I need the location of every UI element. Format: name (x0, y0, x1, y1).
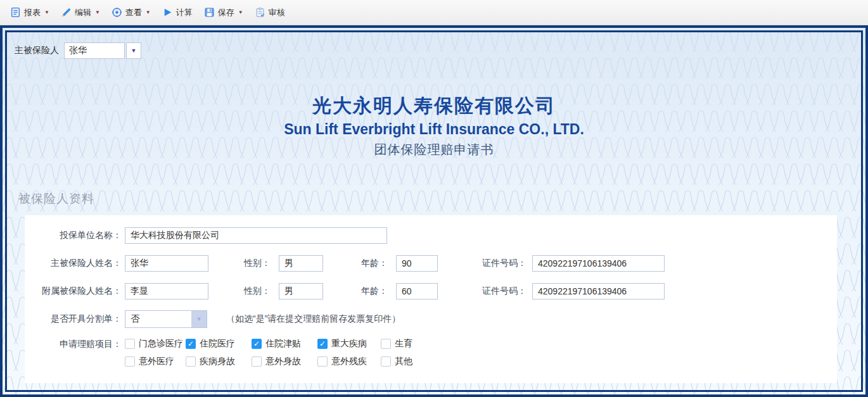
section-title-insured-info: 被保险人资料 (18, 191, 94, 207)
toolbar-save-label: 保存 (218, 7, 234, 18)
view-icon (112, 7, 122, 18)
checkbox-hospitalization-allowance[interactable]: 住院津贴 (252, 336, 317, 352)
main-frame: 主被保险人 张华 ▼ 光大永明人寿保险有限公司 Sun Lift Everbri… (0, 25, 868, 397)
toolbar-save-button[interactable]: 保存 ▼ (200, 5, 247, 20)
checkbox-accidental-disability[interactable]: 意外残疾 (317, 353, 381, 370)
caret-down-icon: ▼ (146, 9, 151, 15)
main-insured-select-label: 主被保险人 (15, 45, 59, 56)
checkbox-icon (186, 339, 196, 349)
main-insured-row: 主被保险人姓名： 张华 性别： 男 年龄： 90 证件号码： 420922197… (25, 249, 837, 277)
checkbox-maternity[interactable]: 生育 (381, 336, 431, 352)
toolbar-calculate-button[interactable]: 计算 (158, 5, 196, 20)
audit-icon (255, 7, 265, 18)
toolbar-audit-button[interactable]: 审核 (251, 5, 289, 20)
form-page: 主被保险人 张华 ▼ 光大永明人寿保险有限公司 Sun Lift Everbri… (7, 32, 861, 390)
checkbox-icon (381, 339, 391, 349)
checkbox-death-by-illness[interactable]: 疾病身故 (186, 353, 252, 370)
caret-down-icon: ▼ (95, 9, 100, 15)
checkbox-critical-illness[interactable]: 重大疾病 (317, 336, 381, 352)
main-insured-id-label: 证件号码： (482, 258, 527, 269)
sub-insured-row: 附属被保险人姓名： 李显 性别： 男 年龄： 60 证件号码： 42092219… (25, 277, 837, 305)
main-insured-age-input[interactable]: 90 (396, 255, 438, 272)
sub-insured-id-label: 证件号码： (482, 286, 527, 297)
split-bill-select[interactable]: 否 ▼ (125, 310, 207, 328)
main-insured-name-input[interactable]: 张华 (125, 255, 208, 272)
toolbar-report-label: 报表 (24, 7, 41, 18)
sub-insured-age-input[interactable]: 60 (396, 283, 438, 299)
checkbox-hospitalization-medical[interactable]: 住院医疗 (186, 336, 252, 352)
company-name-row: 投保单位名称： 华大科技股份有限公司 (25, 222, 837, 249)
toolbar-view-label: 查看 (125, 7, 142, 18)
toolbar-edit-button[interactable]: 编辑 ▼ (57, 5, 104, 20)
main-insured-name-label: 主被保险人姓名： (25, 258, 125, 269)
checkbox-icon (252, 339, 262, 349)
insured-info-panel: 投保单位名称： 华大科技股份有限公司 主被保险人姓名： 张华 性别： 男 年龄：… (25, 215, 837, 383)
main-insured-selector-row: 主被保险人 张华 ▼ (15, 42, 141, 59)
main-insured-gender-input[interactable]: 男 (279, 255, 323, 272)
save-icon (204, 7, 215, 18)
checkbox-outpatient-emergency[interactable]: 门急诊医疗 (125, 336, 186, 352)
caret-down-icon: ▼ (44, 9, 49, 15)
main-insured-select-dropdown-button[interactable]: ▼ (126, 42, 141, 59)
main-insured-select[interactable]: 张华 (64, 42, 125, 59)
split-bill-label: 是否开具分割单： (25, 313, 125, 325)
edit-icon (61, 7, 72, 18)
sub-insured-name-label: 附属被保险人姓名： (25, 286, 125, 297)
toolbar-view-button[interactable]: 查看 ▼ (108, 5, 155, 20)
toolbar-report-button[interactable]: 报表 ▼ (6, 5, 53, 20)
checkbox-icon (381, 356, 391, 367)
checkbox-icon (252, 356, 262, 367)
sub-insured-name-input[interactable]: 李显 (125, 283, 208, 299)
split-bill-select-dropdown-button[interactable]: ▼ (191, 311, 207, 327)
company-name-label: 投保单位名称： (25, 230, 125, 241)
toolbar-edit-label: 编辑 (75, 7, 91, 18)
sub-insured-age-label: 年龄： (361, 286, 388, 297)
toolbar-audit-label: 审核 (269, 7, 285, 18)
split-bill-select-value: 否 (125, 311, 191, 327)
chevron-down-icon: ▼ (131, 47, 137, 54)
checkbox-accidental-death[interactable]: 意外身故 (252, 353, 317, 370)
form-title: 团体保险理赔申请书 (7, 141, 861, 158)
checkbox-icon (317, 339, 328, 349)
checkbox-accident-medical[interactable]: 意外医疗 (125, 353, 186, 370)
sub-insured-id-input[interactable]: 420922197106139406 (532, 283, 665, 299)
company-name-input[interactable]: 华大科技股份有限公司 (125, 227, 387, 244)
checkbox-other[interactable]: 其他 (381, 353, 431, 370)
checkbox-icon (186, 356, 196, 367)
calculate-icon (162, 7, 173, 18)
checkbox-icon (317, 356, 328, 367)
sub-insured-gender-input[interactable]: 男 (279, 283, 323, 299)
checkbox-icon (125, 356, 135, 367)
toolbar-calculate-label: 计算 (176, 7, 193, 18)
split-bill-row: 是否开具分割单： 否 ▼ （如选“是”请在提交理赔前留存发票复印件） (25, 305, 837, 333)
chevron-down-icon: ▼ (196, 316, 202, 322)
main-insured-age-label: 年龄： (361, 258, 388, 269)
claim-items-row: 申请理赔项目： 门急诊医疗 住院医疗 住院津贴 重大疾病 (25, 336, 837, 370)
main-insured-select-value: 张华 (69, 45, 87, 56)
checkbox-icon (125, 339, 135, 349)
company-name-en: Sun Lift Everbright Lift Insurance CO., … (7, 121, 861, 138)
claim-items-label: 申请理赔项目： (25, 336, 125, 352)
main-insured-id-input[interactable]: 420922197106139406 (532, 255, 665, 272)
company-name-cn: 光大永明人寿保险有限公司 (7, 93, 861, 119)
inner-frame: 主被保险人 张华 ▼ 光大永明人寿保险有限公司 Sun Lift Everbri… (5, 30, 863, 392)
document-header: 光大永明人寿保险有限公司 Sun Lift Everbright Lift In… (7, 93, 861, 158)
report-icon (10, 7, 21, 18)
caret-down-icon: ▼ (238, 9, 243, 15)
sub-insured-gender-label: 性别： (244, 286, 271, 297)
toolbar: 报表 ▼ 编辑 ▼ 查看 ▼ 计算 保存 ▼ 审核 (0, 0, 868, 25)
claim-items-grid: 门急诊医疗 住院医疗 住院津贴 重大疾病 生育 (125, 336, 431, 370)
company-name-value: 华大科技股份有限公司 (131, 230, 219, 241)
split-bill-note: （如选“是”请在提交理赔前留存发票复印件） (226, 313, 400, 325)
main-insured-gender-label: 性别： (244, 258, 271, 269)
